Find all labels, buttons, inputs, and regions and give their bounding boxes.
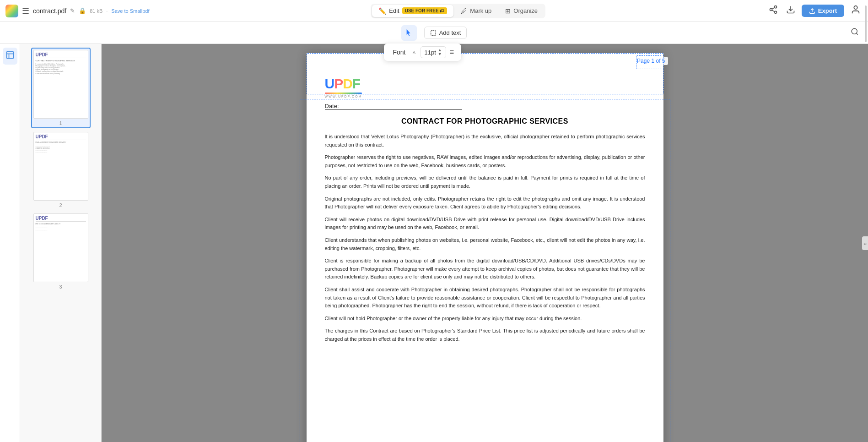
filename: contract.pdf bbox=[33, 7, 66, 15]
download-button[interactable] bbox=[784, 3, 797, 18]
logo-u: U bbox=[325, 76, 334, 91]
svg-line-10 bbox=[856, 33, 857, 34]
toolbar-row: Add text bbox=[0, 22, 868, 44]
thumb-num-3: 3 bbox=[59, 284, 62, 289]
cursor-tool-button[interactable] bbox=[401, 25, 417, 41]
filesize: 81 kB bbox=[90, 8, 102, 14]
logo-p: P bbox=[334, 76, 343, 91]
logo-d: D bbox=[343, 76, 352, 91]
contract-title: CONTRACT FOR PHOTOGRAPHIC SERVICES bbox=[325, 117, 645, 126]
para-3: No part of any order, including previews… bbox=[325, 174, 645, 190]
app-icon bbox=[5, 5, 18, 17]
updf-logo: UPDF bbox=[325, 76, 362, 92]
edit-tab-badge[interactable]: USE FOR FREE 🏷 bbox=[402, 7, 447, 14]
svg-line-4 bbox=[772, 7, 775, 9]
font-size-icon: A bbox=[411, 49, 419, 56]
export-button[interactable]: Export bbox=[802, 5, 844, 17]
svg-line-3 bbox=[772, 10, 775, 11]
tab-organize[interactable]: ⊞ Organize bbox=[499, 5, 544, 17]
logo-underline bbox=[325, 93, 362, 94]
font-toolbar: Font A 11pt ▲ ▼ ≡ bbox=[384, 44, 462, 61]
collapse-right-panel[interactable]: ›‹ bbox=[862, 236, 868, 250]
para-4: Original photographs are not included, o… bbox=[325, 195, 645, 211]
updf-logo-container: UPDF WWW.UPDF.COM bbox=[325, 76, 362, 98]
font-size-down-button[interactable]: ▼ bbox=[438, 52, 442, 56]
para-6: Client understands that when publishing … bbox=[325, 236, 645, 252]
svg-point-9 bbox=[852, 28, 857, 34]
svg-point-0 bbox=[774, 6, 776, 8]
para-8: Client shall assist and cooperate with P… bbox=[325, 286, 645, 310]
topbar-center: ✏️ Edit USE FOR FREE 🏷 🖊 Mark up ⊞ Organ… bbox=[153, 4, 763, 18]
organize-tab-icon: ⊞ bbox=[505, 7, 511, 15]
edit-tab-label: Edit bbox=[389, 7, 399, 14]
para-9: Client will not hold Photographer or the… bbox=[325, 315, 645, 323]
thumbnail-item-2[interactable]: UPDF FINAL AGREEMENT RELEASE AND INDEMNI… bbox=[32, 130, 90, 210]
page-indicator: Page 1 of 5 bbox=[634, 57, 668, 65]
markup-tab-icon: 🖊 bbox=[461, 7, 467, 15]
svg-rect-8 bbox=[431, 30, 436, 35]
main-area: UPDF CONTRACT FOR PHOTOGRAPHIC SERVICES … bbox=[0, 44, 868, 442]
user-account-button[interactable] bbox=[849, 3, 863, 19]
thumbnail-item-3[interactable]: UPDF MINI SESSIONS AND EVENT LIABILITY .… bbox=[32, 212, 90, 291]
edit-tab-icon: ✏️ bbox=[378, 7, 386, 15]
pdf-header: UPDF WWW.UPDF.COM bbox=[325, 76, 645, 98]
topbar-right: Export bbox=[767, 3, 863, 19]
logo-f: F bbox=[352, 76, 360, 91]
date-line bbox=[325, 109, 462, 110]
organize-tab-label: Organize bbox=[513, 7, 538, 14]
para-10: The charges in this Contract are based o… bbox=[325, 327, 645, 343]
text-align-button[interactable]: ≡ bbox=[448, 47, 456, 57]
collapse-arrow-icon: ›‹ bbox=[863, 241, 867, 246]
thumbnail-item-1[interactable]: UPDF CONTRACT FOR PHOTOGRAPHIC SERVICES … bbox=[31, 48, 91, 128]
font-size-value: 11pt bbox=[425, 49, 436, 56]
topbar-left: ☰ contract.pdf ✎ 🔒 81 kB · Save to Small… bbox=[5, 5, 150, 17]
thumb-num-1: 1 bbox=[59, 120, 62, 126]
add-text-button[interactable]: Add text bbox=[424, 27, 467, 39]
svg-point-1 bbox=[770, 9, 772, 11]
tab-edit[interactable]: ✏️ Edit USE FOR FREE 🏷 bbox=[372, 5, 453, 17]
para-1: It is understood that Velvet Lotus Photo… bbox=[325, 133, 645, 149]
sidebar bbox=[0, 44, 20, 442]
dot-separator: · bbox=[106, 8, 108, 14]
thumbnails-panel: UPDF CONTRACT FOR PHOTOGRAPHIC SERVICES … bbox=[20, 44, 102, 442]
pdf-area[interactable]: Page 1 of 5 UPDF WWW.UPDF.COM Date: bbox=[102, 44, 868, 442]
search-button[interactable] bbox=[849, 26, 861, 40]
thumb-num-2: 2 bbox=[59, 202, 62, 208]
svg-point-2 bbox=[774, 11, 776, 13]
date-field: Date: bbox=[325, 103, 645, 109]
tab-group: ✏️ Edit USE FOR FREE 🏷 🖊 Mark up ⊞ Organ… bbox=[371, 4, 545, 18]
para-2: Photographer reserves the right to use n… bbox=[325, 153, 645, 169]
tab-markup[interactable]: 🖊 Mark up bbox=[454, 5, 498, 17]
svg-text:A: A bbox=[412, 50, 415, 55]
font-size-control[interactable]: 11pt ▲ ▼ bbox=[421, 46, 446, 58]
add-text-label: Add text bbox=[439, 29, 461, 36]
svg-rect-12 bbox=[6, 52, 13, 59]
para-5: Client will receive photos on digital do… bbox=[325, 216, 645, 232]
share-button[interactable] bbox=[767, 3, 780, 18]
edit-filename-icon[interactable]: ✎ bbox=[70, 7, 75, 14]
export-label: Export bbox=[818, 7, 837, 14]
logo-url: WWW.UPDF.COM bbox=[325, 95, 362, 98]
sidebar-pages-button[interactable] bbox=[3, 48, 17, 65]
lock-icon: 🔒 bbox=[79, 7, 86, 14]
save-to-smallpdf-link[interactable]: Save to Smallpdf bbox=[111, 8, 149, 14]
para-7: Client is responsible for making a backu… bbox=[325, 257, 645, 281]
date-label: Date: bbox=[325, 103, 339, 109]
markup-tab-label: Mark up bbox=[470, 7, 491, 14]
font-label[interactable]: Font bbox=[389, 49, 410, 56]
contract-content: It is understood that Velvet Lotus Photo… bbox=[325, 133, 645, 343]
topbar: ☰ contract.pdf ✎ 🔒 81 kB · Save to Small… bbox=[0, 0, 868, 22]
pdf-page: Page 1 of 5 UPDF WWW.UPDF.COM Date: bbox=[307, 53, 663, 442]
font-size-arrows: ▲ ▼ bbox=[438, 48, 442, 56]
svg-point-7 bbox=[854, 6, 857, 9]
hamburger-icon[interactable]: ☰ bbox=[22, 6, 29, 16]
